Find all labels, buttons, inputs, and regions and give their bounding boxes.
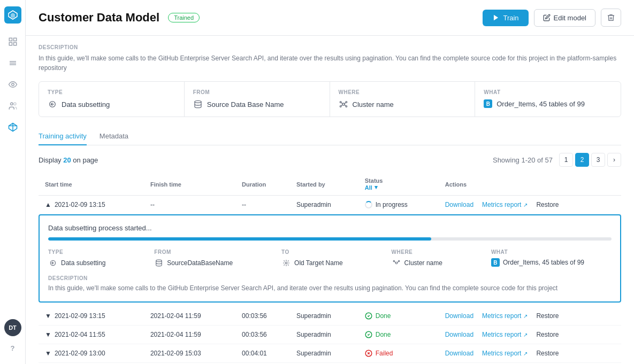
- svg-point-29: [285, 262, 287, 264]
- exp-where-group: WHERE Cluster name: [392, 249, 470, 268]
- chevron-down-icon: ▼: [45, 331, 51, 338]
- svg-point-8: [10, 103, 13, 105]
- user-avatar[interactable]: DT: [4, 319, 21, 336]
- info-card-what: WHAT B Order_Items, 45 tables of 99: [475, 82, 621, 117]
- from-label: FROM: [193, 89, 321, 95]
- page-btn-2[interactable]: 2: [575, 153, 589, 167]
- restore-link[interactable]: Restore: [536, 350, 559, 357]
- page-btn-3[interactable]: 3: [591, 153, 605, 167]
- exp-what-group: WHAT B Order_Items, 45 tables of 99: [491, 249, 612, 268]
- metrics-report-link[interactable]: Metrics report ↗: [482, 350, 528, 357]
- spinner-icon: [365, 201, 372, 208]
- tab-metadata[interactable]: Metadata: [100, 128, 128, 145]
- type-value: Data subsetting: [48, 99, 175, 109]
- info-card-type: TYPE Data subsetting: [39, 82, 185, 117]
- svg-rect-1: [13, 38, 16, 41]
- expanded-info-grid: TYPE Data subsetting: [48, 249, 612, 268]
- restore-link[interactable]: Restore: [536, 201, 559, 208]
- sidebar-item-layers[interactable]: [3, 53, 22, 73]
- page-btn-1[interactable]: 1: [559, 153, 573, 167]
- type-icon: [48, 99, 57, 109]
- download-link[interactable]: Download: [445, 331, 473, 338]
- table-row: ▲ 2021-02-09 13:15 -- -- Superadmin In p…: [39, 196, 621, 214]
- main-content: Customer Data Model Trained Train Edit m…: [26, 0, 634, 364]
- type-label: TYPE: [48, 89, 175, 95]
- table-row: ▼ 2021-02-04 11:55 2021-02-04 11:59 00:0…: [39, 326, 621, 344]
- col-status: Status All ▾: [358, 173, 439, 196]
- actions-cell: Download Metrics report ↗ Restore: [439, 307, 621, 326]
- exp-where-value: Cluster name: [392, 258, 470, 268]
- started-by-cell: Superadmin: [290, 326, 358, 344]
- delete-button[interactable]: [601, 9, 621, 27]
- status-cell: Done: [358, 307, 439, 326]
- table-row: ▼ 2021-02-09 13:00 2021-02-09 15:03 00:0…: [39, 344, 621, 363]
- col-finish-time: Finish time: [144, 173, 235, 196]
- duration-cell: 00:03:56: [235, 307, 290, 326]
- exp-from-label: FROM: [154, 249, 260, 255]
- metrics-report-link[interactable]: Metrics report ↗: [482, 201, 528, 208]
- table-row: ▼ 2021-02-09 13:15 2021-02-04 11:59 00:0…: [39, 307, 621, 326]
- info-card-where: WHERE Cluster name: [330, 82, 476, 117]
- training-table: Start time Finish time Duration Started …: [39, 173, 621, 363]
- restore-link[interactable]: Restore: [536, 331, 559, 338]
- collapse-row-button[interactable]: ▲ 2021-02-09 13:15: [45, 201, 105, 208]
- edit-model-button[interactable]: Edit model: [534, 9, 595, 27]
- sidebar-item-home[interactable]: [3, 32, 22, 51]
- sidebar-item-help[interactable]: ?: [3, 338, 22, 358]
- pagination-info: Showing 1-20 of 57: [493, 156, 553, 164]
- actions-cell: Download Metrics report ↗ Restore: [439, 196, 621, 214]
- chevron-down-icon: ▾: [375, 184, 378, 191]
- restore-link[interactable]: Restore: [536, 312, 559, 320]
- actions-cell: Download Metrics report ↗ Restore: [439, 326, 621, 344]
- started-by-cell: Superadmin: [290, 196, 358, 214]
- metrics-report-link[interactable]: Metrics report ↗: [482, 312, 528, 320]
- status-filter[interactable]: All ▾: [365, 184, 432, 191]
- svg-point-21: [346, 106, 347, 107]
- sidebar-item-model[interactable]: [3, 118, 22, 137]
- exp-type-value: Data subsetting: [48, 258, 133, 268]
- expand-row-button[interactable]: ▼ 2021-02-09 13:15: [45, 312, 105, 320]
- what-value: B Order_Items, 45 tables of 99: [484, 99, 612, 108]
- chevron-up-icon: ▲: [45, 201, 51, 208]
- tabs-container: Training activity Metadata: [39, 128, 621, 145]
- status-text: Done: [376, 331, 391, 338]
- trash-icon: [607, 13, 615, 22]
- col-duration: Duration: [235, 173, 290, 196]
- metrics-report-link[interactable]: Metrics report ↗: [482, 331, 528, 338]
- exp-from-value: SourceDataBaseName: [154, 258, 260, 268]
- sidebar-item-people[interactable]: [3, 96, 22, 115]
- download-link[interactable]: Download: [445, 201, 473, 208]
- from-value: Source Data Base Name: [193, 99, 321, 109]
- tab-training-activity[interactable]: Training activity: [39, 128, 87, 145]
- exp-cluster-icon: [392, 258, 401, 268]
- app-logo[interactable]: [4, 6, 21, 24]
- expand-row-button[interactable]: ▼ 2021-02-09 13:00: [45, 350, 105, 357]
- finish-time-cell: 2021-02-04 11:59: [144, 307, 235, 326]
- check-circle-icon: [365, 331, 372, 338]
- sidebar-item-eye[interactable]: [3, 75, 22, 94]
- expand-row-button[interactable]: ▼ 2021-02-04 11:55: [45, 331, 105, 338]
- download-link[interactable]: Download: [445, 350, 473, 357]
- exp-from-group: FROM SourceDataBaseName: [154, 249, 260, 268]
- external-link-icon: ↗: [523, 202, 528, 208]
- svg-point-28: [156, 260, 162, 262]
- svg-point-19: [346, 102, 347, 103]
- duration-cell: 00:03:56: [235, 326, 290, 344]
- page-title: Customer Data Model: [39, 11, 159, 25]
- exp-type-icon: [48, 258, 58, 268]
- svg-line-22: [341, 103, 342, 104]
- exp-to-value: Old Target Name: [281, 258, 370, 268]
- download-link[interactable]: Download: [445, 312, 473, 320]
- svg-rect-3: [13, 43, 16, 45]
- external-link-icon: ↗: [523, 332, 528, 338]
- display-count-label: Display 20 on page: [39, 156, 98, 164]
- progress-bar-background: [48, 237, 612, 241]
- page-next-btn[interactable]: ›: [607, 153, 621, 167]
- chevron-down-icon: ▼: [45, 312, 51, 320]
- train-button[interactable]: Train: [483, 10, 528, 26]
- svg-point-16: [195, 100, 201, 103]
- started-by-cell: Superadmin: [290, 344, 358, 363]
- col-actions: Actions: [439, 173, 621, 196]
- status-cell: In progress: [358, 196, 439, 214]
- svg-line-34: [397, 261, 398, 262]
